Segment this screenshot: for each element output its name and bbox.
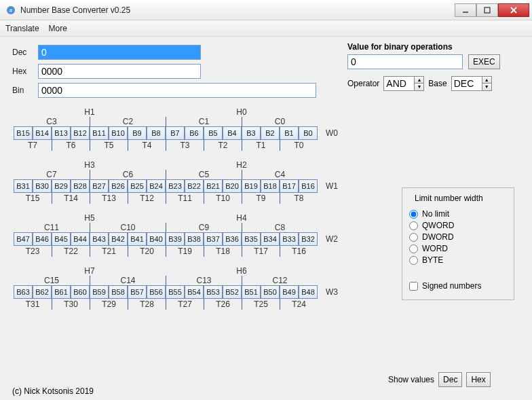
bit-button[interactable]: B6 xyxy=(185,126,204,140)
bit-button[interactable]: B13 xyxy=(52,126,71,140)
bit-button[interactable]: B35 xyxy=(242,232,261,246)
bit-button[interactable]: B63 xyxy=(14,285,33,299)
limit-option[interactable]: DWORD xyxy=(409,232,507,242)
base-spinner[interactable]: ▲▼ xyxy=(451,76,492,91)
bit-button[interactable]: B33 xyxy=(280,232,299,246)
bit-button[interactable]: B41 xyxy=(128,232,147,246)
bit-button[interactable]: B25 xyxy=(128,179,147,193)
bit-button[interactable]: B46 xyxy=(33,232,52,246)
bit-button[interactable]: B56 xyxy=(147,285,166,299)
pair-label: T16 xyxy=(280,246,318,257)
bit-button[interactable]: B55 xyxy=(166,285,185,299)
bit-button[interactable]: B61 xyxy=(52,285,71,299)
bit-button[interactable]: B23 xyxy=(166,179,185,193)
dec-input[interactable] xyxy=(38,45,201,60)
bit-button[interactable]: B40 xyxy=(147,232,166,246)
limit-option[interactable]: No limit xyxy=(409,209,507,219)
bit-button[interactable]: B20 xyxy=(223,179,242,193)
bit-button[interactable]: B5 xyxy=(204,126,223,140)
bit-button[interactable]: B50 xyxy=(261,285,280,299)
hex-input[interactable] xyxy=(38,64,201,79)
bit-button[interactable]: B14 xyxy=(33,126,52,140)
limit-option[interactable]: QWORD xyxy=(409,221,507,230)
pair-label: T1 xyxy=(242,140,280,151)
nibble-label: C4 xyxy=(242,170,318,179)
bit-button[interactable]: B59 xyxy=(90,285,109,299)
bit-button[interactable]: B10 xyxy=(109,126,128,140)
show-dec-button[interactable]: Dec xyxy=(438,372,462,387)
window-title: Number Base Converter v0.25 xyxy=(20,5,455,15)
menu-more[interactable]: More xyxy=(49,24,67,33)
bit-button[interactable]: B48 xyxy=(299,285,318,299)
bit-button[interactable]: B17 xyxy=(280,179,299,193)
bin-input[interactable] xyxy=(38,83,316,98)
bit-button[interactable]: B28 xyxy=(71,179,90,193)
binops-value-input[interactable] xyxy=(347,54,463,69)
bit-button[interactable]: B7 xyxy=(166,126,185,140)
bit-button[interactable]: B44 xyxy=(71,232,90,246)
bit-button[interactable]: B0 xyxy=(299,126,318,140)
menu-translate[interactable]: Translate xyxy=(5,24,39,33)
spin-up-icon[interactable]: ▲ xyxy=(482,77,491,84)
bit-button[interactable]: B9 xyxy=(128,126,147,140)
bit-button[interactable]: B22 xyxy=(185,179,204,193)
bit-button[interactable]: B3 xyxy=(242,126,261,140)
pair-label: T10 xyxy=(204,193,242,204)
bit-button[interactable]: B4 xyxy=(223,126,242,140)
bit-button[interactable]: B39 xyxy=(166,232,185,246)
halfword-label: H6 xyxy=(166,266,318,276)
bit-button[interactable]: B11 xyxy=(90,126,109,140)
bit-button[interactable]: B15 xyxy=(14,126,33,140)
minimize-button[interactable] xyxy=(455,3,476,17)
bit-button[interactable]: B57 xyxy=(128,285,147,299)
bit-button[interactable]: B54 xyxy=(185,285,204,299)
copyright-text: (c) Nick Kotsonis 2019 xyxy=(12,386,94,396)
bit-button[interactable]: B32 xyxy=(299,232,318,246)
spin-down-icon[interactable]: ▼ xyxy=(414,84,423,90)
bit-button[interactable]: B8 xyxy=(147,126,166,140)
bit-button[interactable]: B16 xyxy=(299,179,318,193)
bit-button[interactable]: B12 xyxy=(71,126,90,140)
bit-button[interactable]: B47 xyxy=(14,232,33,246)
operator-spinner[interactable]: ▲▼ xyxy=(383,76,424,91)
bit-button[interactable]: B49 xyxy=(280,285,299,299)
bit-button[interactable]: B34 xyxy=(261,232,280,246)
halfword-label: H0 xyxy=(166,107,318,117)
bit-button[interactable]: B52 xyxy=(223,285,242,299)
base-label: Base xyxy=(428,79,446,88)
bit-button[interactable]: B58 xyxy=(109,285,128,299)
bit-button[interactable]: B53 xyxy=(204,285,223,299)
bit-button[interactable]: B45 xyxy=(52,232,71,246)
bit-button[interactable]: B43 xyxy=(90,232,109,246)
bit-button[interactable]: B60 xyxy=(71,285,90,299)
spin-down-icon[interactable]: ▼ xyxy=(482,84,491,90)
spin-up-icon[interactable]: ▲ xyxy=(414,77,423,84)
bit-button[interactable]: B31 xyxy=(14,179,33,193)
signed-checkbox[interactable]: Signed numbers xyxy=(409,281,507,291)
bit-button[interactable]: B42 xyxy=(109,232,128,246)
bit-button[interactable]: B38 xyxy=(185,232,204,246)
bit-button[interactable]: B36 xyxy=(223,232,242,246)
bit-button[interactable]: B24 xyxy=(147,179,166,193)
bit-button[interactable]: B51 xyxy=(242,285,261,299)
pair-label: T21 xyxy=(90,246,128,257)
bit-button[interactable]: B2 xyxy=(261,126,280,140)
close-button[interactable] xyxy=(498,3,529,17)
bit-button[interactable]: B29 xyxy=(52,179,71,193)
nibble-label: C11 xyxy=(14,223,90,232)
bit-button[interactable]: B1 xyxy=(280,126,299,140)
bit-button[interactable]: B21 xyxy=(204,179,223,193)
bit-button[interactable]: B19 xyxy=(242,179,261,193)
bit-button[interactable]: B30 xyxy=(33,179,52,193)
bit-button[interactable]: B27 xyxy=(90,179,109,193)
exec-button[interactable]: EXEC xyxy=(468,54,500,69)
bit-button[interactable]: B18 xyxy=(261,179,280,193)
bit-button[interactable]: B26 xyxy=(109,179,128,193)
maximize-button[interactable] xyxy=(476,3,498,17)
limit-option[interactable]: WORD xyxy=(409,244,507,253)
limit-option[interactable]: BYTE xyxy=(409,255,507,265)
show-hex-button[interactable]: Hex xyxy=(466,372,490,387)
bit-button[interactable]: B37 xyxy=(204,232,223,246)
limit-title: Limit number width xyxy=(412,194,486,203)
bit-button[interactable]: B62 xyxy=(33,285,52,299)
